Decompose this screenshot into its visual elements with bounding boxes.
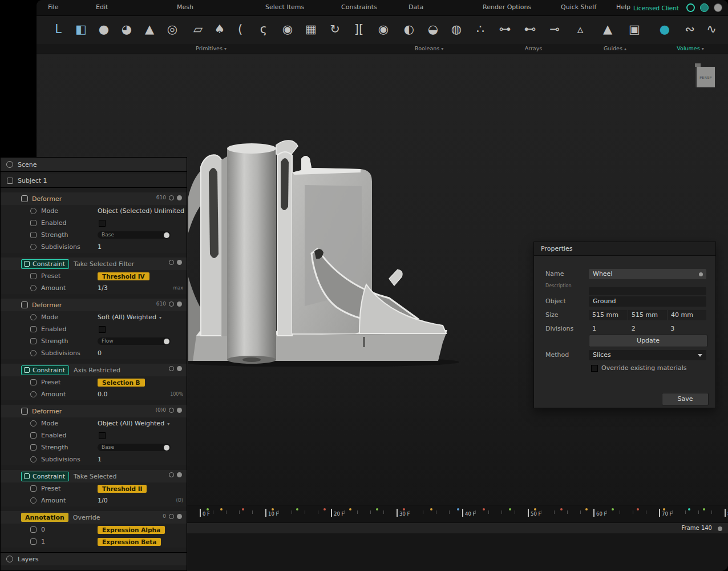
subdivisions-row[interactable]: Subdivisions1 [1, 453, 187, 465]
mode-value[interactable]: Object (Selected) Unlimited▾ [98, 207, 187, 215]
capsule-icon[interactable]: ▣ [625, 18, 644, 40]
pyramid-icon[interactable]: ▵ [571, 18, 590, 40]
expression-row[interactable]: 1Expression Beta [1, 536, 187, 548]
div-x-field[interactable]: 1 [589, 324, 628, 334]
enabled-checkbox[interactable] [99, 326, 106, 333]
method-dropdown[interactable]: Slices [589, 350, 706, 360]
keyframe-icon[interactable] [663, 508, 665, 510]
subdivisions-row[interactable]: Subdivisions1 [1, 241, 187, 253]
enable-dot-icon[interactable] [177, 260, 182, 265]
keyframe-icon[interactable] [637, 508, 639, 510]
enabled-checkbox[interactable] [99, 220, 106, 227]
keyframe-icon[interactable] [585, 508, 588, 510]
amount-row[interactable]: Amount1/3max [1, 282, 187, 294]
torus-icon[interactable]: ◎ [163, 18, 182, 40]
amount-value[interactable]: 0.0 [98, 391, 108, 398]
deformer-header[interactable]: Deformer(0)0 [1, 405, 187, 417]
keyframe-icon[interactable] [703, 508, 705, 510]
description-field[interactable] [589, 287, 706, 295]
enabled-row[interactable]: Enabled [1, 429, 187, 441]
eye-icon[interactable] [169, 366, 174, 371]
size-x-field[interactable]: 515 mm [589, 310, 628, 320]
save-button[interactable]: Save [662, 393, 709, 405]
annotation-header[interactable]: AnnotationOverride0 [1, 511, 187, 524]
boolean-subtract-icon[interactable]: ◐ [399, 18, 419, 40]
keyframe-icon[interactable] [534, 508, 536, 510]
eye-icon[interactable] [169, 301, 174, 307]
account-icon[interactable] [700, 3, 709, 12]
node-link-icon[interactable]: ∾ [680, 18, 699, 40]
expression-value[interactable]: Expression Beta [98, 538, 161, 546]
keyframe-icon[interactable] [688, 508, 690, 510]
mode-value[interactable]: Soft (All) Weighted▾ [98, 313, 161, 321]
eye-icon[interactable] [169, 472, 174, 477]
cone-icon[interactable]: ▲ [140, 18, 159, 40]
enabled-row[interactable]: Enabled [1, 323, 187, 335]
panel-footer[interactable]: Layers [1, 552, 187, 565]
keyframe-icon[interactable] [483, 508, 485, 510]
constraint-tag[interactable]: Constraint [21, 365, 69, 375]
landscape-icon[interactable]: ♠ [210, 18, 229, 40]
keyframe-icon[interactable] [220, 508, 223, 510]
menu-item-select-items[interactable]: Select Items [265, 3, 304, 11]
mode-row[interactable]: ModeObject (Selected) Unlimited▾ [1, 205, 187, 217]
playhead-icon[interactable] [718, 526, 722, 531]
constraint-header[interactable]: ConstraintAxis Restricted [1, 364, 187, 376]
keyframe-icon[interactable] [207, 508, 209, 510]
strength-row[interactable]: StrengthFlow [1, 335, 187, 347]
mirror-icon[interactable]: ][ [349, 18, 369, 40]
avatar-icon[interactable] [714, 3, 722, 12]
strength-row[interactable]: StrengthBase [1, 229, 187, 241]
expression-value[interactable]: Expression Alpha [98, 526, 165, 534]
update-button[interactable]: Update [589, 335, 707, 347]
prism-icon[interactable]: ▲ [598, 18, 617, 40]
keyframe-icon[interactable] [296, 508, 298, 510]
enable-dot-icon[interactable] [177, 514, 182, 519]
keyframe-icon[interactable] [403, 508, 405, 510]
menu-item-constraints[interactable]: Constraints [341, 3, 377, 11]
slider-knob[interactable] [164, 232, 169, 238]
amount-row[interactable]: Amount1/0(O) [1, 494, 187, 506]
enabled-row[interactable]: Enabled [1, 217, 187, 229]
keyframe-icon[interactable] [242, 508, 244, 510]
strength-row[interactable]: StrengthBase [1, 441, 187, 453]
deformer-header[interactable]: Deformer610 [1, 299, 187, 311]
size-z-field[interactable]: 40 mm [668, 310, 706, 320]
constraint-header[interactable]: ConstraintTake Selected [1, 470, 187, 482]
toolbar-label-volumes[interactable]: Volumes▾ [677, 45, 703, 51]
subdivisions-value[interactable]: 0 [98, 349, 102, 357]
preset-value[interactable]: Threshold II [98, 485, 147, 493]
link-icon[interactable] [699, 272, 703, 276]
curve-spline-icon[interactable]: ς [254, 18, 273, 40]
eye-icon[interactable] [169, 514, 174, 519]
constraint-tag[interactable]: Constraint [21, 259, 69, 269]
rotate-icon[interactable]: ↻ [325, 18, 345, 40]
array-grid-icon[interactable]: ▦ [301, 18, 321, 40]
preset-row[interactable]: PresetThreshold II [1, 482, 187, 494]
menu-item-render-options[interactable]: Render Options [483, 3, 531, 11]
keyframe-icon[interactable] [323, 508, 326, 510]
boolean-intersect-icon[interactable]: ◒ [423, 18, 443, 40]
sync-status-icon[interactable] [686, 3, 695, 12]
enable-dot-icon[interactable] [177, 301, 182, 307]
enable-dot-icon[interactable] [177, 472, 182, 477]
bone-chain-icon[interactable]: ⊶ [495, 18, 515, 40]
circle-spline-icon[interactable]: ◉ [278, 18, 297, 40]
mode-row[interactable]: ModeSoft (All) Weighted▾ [1, 311, 187, 323]
toolbar-label-guides[interactable]: Guides▴ [604, 45, 626, 51]
size-y-field[interactable]: 515 mm [628, 310, 668, 320]
arc-spline-icon[interactable]: ( [230, 18, 250, 40]
preset-value[interactable]: Selection B [98, 379, 145, 387]
cloner-icon[interactable]: ∴ [471, 18, 490, 40]
keyframe-icon[interactable] [612, 508, 614, 510]
eye-icon[interactable] [169, 260, 174, 265]
div-z-field[interactable]: 3 [667, 324, 706, 334]
toolbar-label-primitives[interactable]: Primitives▾ [196, 45, 227, 51]
mode-row[interactable]: ModeObject (All) Weighted▾ [1, 417, 187, 429]
keyframe-icon[interactable] [430, 508, 432, 510]
keyframe-icon[interactable] [509, 508, 511, 510]
node-graph-icon[interactable]: ∿ [702, 18, 721, 40]
sphere-cut-icon[interactable]: ◕ [117, 18, 136, 40]
menu-item-help[interactable]: Help [616, 3, 630, 11]
subject-row[interactable]: Subject 1 [1, 174, 187, 188]
